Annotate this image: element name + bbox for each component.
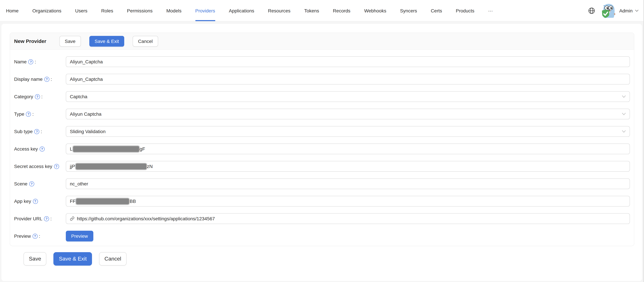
nav-item-records[interactable]: Records [333, 0, 350, 21]
cancel-button-bottom[interactable]: Cancel [99, 252, 126, 266]
label-colon: : [51, 76, 52, 82]
nav-item-resources[interactable]: Resources [268, 0, 290, 21]
name-input[interactable] [66, 56, 630, 67]
question-circle-icon[interactable]: ? [35, 94, 40, 99]
save-button[interactable]: Save [60, 36, 81, 46]
chevron-down-icon[interactable] [635, 9, 639, 12]
label-text: Preview [14, 233, 31, 239]
question-circle-icon[interactable]: ? [32, 234, 38, 239]
scene-label: Scene ? [14, 181, 66, 186]
preview-button[interactable]: Preview [66, 231, 93, 241]
scene-input[interactable] [66, 178, 630, 189]
nav-item-webhooks[interactable]: Webhooks [364, 0, 386, 21]
redaction-scribble [73, 146, 139, 152]
redaction-scribble [76, 198, 129, 204]
label-text: Category [14, 94, 33, 99]
label-text: Scene [14, 181, 27, 186]
top-nav: Home Organizations Users Roles Permissio… [0, 0, 644, 21]
nav-item-certs[interactable]: Certs [431, 0, 442, 21]
nav-item-permissions[interactable]: Permissions [127, 0, 152, 21]
save-button-bottom[interactable]: Save [24, 252, 46, 266]
user-avatar[interactable] [601, 3, 616, 18]
access-key-label: Access key ? [14, 146, 66, 151]
question-circle-icon[interactable]: ? [34, 129, 40, 134]
provider-form: Name ? : Display name ? : [10, 50, 634, 246]
type-select[interactable]: Aliyun Captcha [66, 109, 630, 119]
user-name[interactable]: Admin [619, 8, 632, 13]
value-prefix: L [70, 146, 72, 151]
selected-value: Captcha [70, 94, 87, 99]
field-row-sub-type: Sub type ? : Sliding Validation [14, 126, 630, 137]
value-prefix: FF [70, 198, 76, 204]
field-row-preview: Preview ? : Preview [14, 231, 630, 241]
nav-item-roles[interactable]: Roles [101, 0, 113, 21]
secret-access-key-input[interactable]: jjP zN [66, 161, 630, 172]
nav-item-products[interactable]: Products [456, 0, 474, 21]
value-suffix: BB [130, 198, 136, 204]
question-circle-icon[interactable]: ? [44, 77, 49, 82]
type-label: Type ? : [14, 111, 66, 117]
provider-url-input[interactable]: https://github.com/organizations/xxx/set… [66, 213, 630, 224]
field-row-app-key: App key ? FF BB [14, 196, 630, 207]
nav-item-providers[interactable]: Providers [195, 0, 215, 21]
cancel-button[interactable]: Cancel [133, 36, 158, 46]
question-circle-icon[interactable]: ? [29, 181, 34, 186]
label-colon: : [41, 129, 42, 134]
label-text: App key [14, 198, 31, 204]
nav-item-syncers[interactable]: Syncers [400, 0, 417, 21]
nav-item-tokens[interactable]: Tokens [304, 0, 319, 21]
access-key-input[interactable]: L gF [66, 143, 630, 154]
label-colon: : [32, 111, 34, 117]
nav-menu: Home Organizations Users Roles Permissio… [6, 0, 493, 21]
chevron-down-icon [622, 130, 626, 133]
sub-type-label: Sub type ? : [14, 129, 66, 134]
question-circle-icon[interactable]: ? [40, 146, 45, 151]
field-row-name: Name ? : [14, 56, 630, 67]
display-name-label: Display name ? : [14, 76, 66, 82]
question-circle-icon[interactable]: ? [44, 216, 49, 221]
app-key-input[interactable]: FF BB [66, 196, 630, 207]
value-suffix: zN [147, 164, 152, 169]
field-row-access-key: Access key ? L gF [14, 143, 630, 154]
content-card: New Provider Save Save & Exit Cancel Nam… [1, 24, 642, 281]
link-icon [70, 216, 74, 221]
display-name-input[interactable] [66, 74, 630, 85]
panel-header: New Provider Save Save & Exit Cancel [10, 33, 634, 50]
page-title: New Provider [14, 38, 46, 44]
question-circle-icon[interactable]: ? [28, 59, 34, 64]
footer-actions: Save Save & Exit Cancel [24, 252, 134, 266]
value-suffix: gF [140, 146, 145, 151]
label-colon: : [39, 233, 40, 239]
sub-type-select[interactable]: Sliding Validation [66, 126, 630, 137]
question-circle-icon[interactable]: ? [26, 112, 31, 117]
provider-url-label: Provider URL ? : [14, 216, 66, 221]
globe-icon[interactable] [588, 7, 596, 14]
selected-value: Sliding Validation [70, 129, 106, 134]
category-select[interactable]: Captcha [66, 91, 630, 102]
field-row-secret-access-key: Secret access key ? jjP zN [14, 161, 630, 172]
save-and-exit-button[interactable]: Save & Exit [89, 36, 124, 46]
chevron-down-icon [622, 113, 626, 116]
question-circle-icon[interactable]: ? [33, 199, 38, 204]
category-label: Category ? : [14, 94, 66, 99]
nav-item-applications[interactable]: Applications [229, 0, 254, 21]
save-and-exit-button-bottom[interactable]: Save & Exit [54, 252, 92, 266]
provider-url-value: https://github.com/organizations/xxx/set… [77, 216, 215, 221]
secret-access-key-label: Secret access key ? [14, 164, 66, 169]
field-row-display-name: Display name ? : [14, 74, 630, 85]
nav-item-overflow-ellipsis[interactable]: ··· [488, 0, 493, 21]
window-scrollbar[interactable] [643, 0, 644, 282]
nav-right-section: Admin [588, 0, 644, 21]
nav-item-models[interactable]: Models [166, 0, 182, 21]
chevron-down-icon [622, 95, 626, 98]
redaction-scribble [76, 163, 146, 169]
nav-item-home[interactable]: Home [6, 0, 19, 21]
field-row-type: Type ? : Aliyun Captcha [14, 109, 630, 119]
label-text: Secret access key [14, 164, 52, 169]
nav-item-users[interactable]: Users [75, 0, 88, 21]
value-prefix: jjP [70, 164, 75, 169]
label-text: Display name [14, 76, 43, 82]
question-circle-icon[interactable]: ? [54, 164, 59, 169]
label-colon: : [35, 59, 36, 64]
nav-item-organizations[interactable]: Organizations [32, 0, 62, 21]
